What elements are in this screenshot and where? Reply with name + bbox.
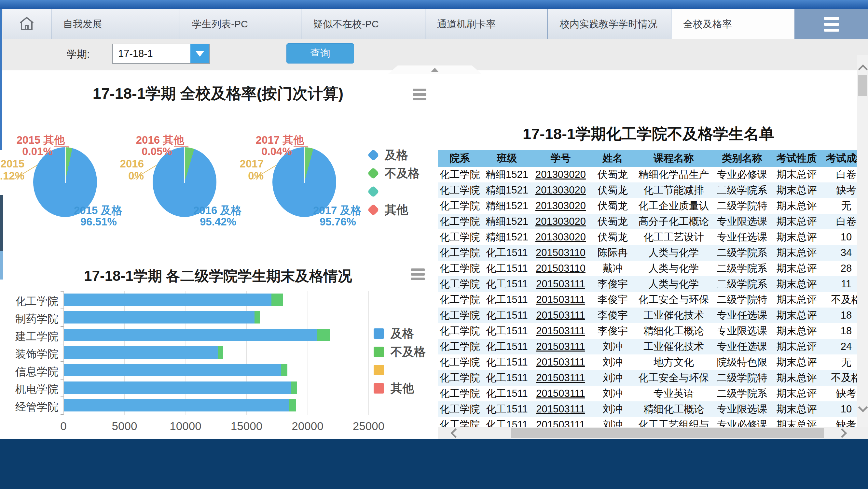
- legend-item-及格[interactable]: 及格: [374, 324, 426, 343]
- pie-label-qita-pct: 0.04%: [251, 145, 303, 158]
- table-cell: 化工安全与环保: [636, 370, 711, 386]
- bar-segment-及格: [64, 399, 289, 411]
- pie-slice-gap: [65, 147, 66, 183]
- table-row: 化工学院化工1511201503111李俊宇人类与化学二级学院系期末总评11: [438, 276, 868, 292]
- query-button[interactable]: 查询: [286, 43, 354, 63]
- table-cell: 地方文化: [636, 354, 711, 370]
- table-cell: 化工学院: [438, 401, 482, 417]
- table-row: 化工学院化工1511201503111刘冲专业英语二级学院系期末总评缺考: [438, 386, 868, 401]
- student-id-link[interactable]: 201503111: [536, 419, 585, 427]
- legend-item-及格[interactable]: 及格: [367, 146, 420, 164]
- table-cell: 专业任选课: [711, 229, 773, 245]
- table-cell: 专业限选课: [711, 214, 773, 229]
- table-header-课程名称: 课程名称: [636, 150, 711, 167]
- table-cell: 化工学院: [438, 229, 482, 245]
- bar-segment-不及格: [272, 293, 283, 306]
- legend-item-不及格[interactable]: 不及格: [367, 164, 420, 182]
- tab-学生列表-PC[interactable]: 学生列表-PC: [180, 9, 301, 39]
- tab-home[interactable]: [3, 9, 52, 39]
- legend-marker: [367, 168, 379, 179]
- pie-label-yellow-pct: 0.12%: [0, 170, 24, 182]
- semester-select[interactable]: 17-18-1: [112, 44, 210, 64]
- table-cell: 化工1511: [482, 339, 532, 354]
- x-tick-label: 25000: [353, 420, 384, 433]
- table-cell: 201503111: [532, 417, 589, 427]
- table-cell: 期末总评: [773, 229, 820, 245]
- table-cell: 化工学院: [438, 354, 482, 370]
- legend-item-unlabeled[interactable]: [367, 182, 420, 201]
- bar-segment-及格: [64, 293, 272, 306]
- table-cell: 化工1511: [482, 386, 532, 401]
- tab-疑似不在校-PC[interactable]: 疑似不在校-PC: [301, 9, 425, 39]
- student-id-link[interactable]: 201503110: [536, 247, 586, 258]
- table-cell: 刘冲: [589, 370, 636, 386]
- table-cell: 化工学院: [438, 214, 482, 229]
- table-cell: 化工学院: [438, 261, 482, 276]
- horizontal-scrollbar[interactable]: [438, 427, 868, 439]
- legend-label: 不及格: [385, 166, 420, 181]
- student-id-link[interactable]: 201503111: [536, 356, 585, 368]
- tab-自我发展[interactable]: 自我发展: [52, 9, 180, 39]
- table-cell: 201503111: [532, 401, 589, 417]
- student-id-link[interactable]: 201503111: [536, 278, 585, 290]
- table-row: 化工学院化工1511201503111刘冲化工工艺组织与专业必修课期末总评缺考: [438, 417, 868, 427]
- student-id-link[interactable]: 201503111: [536, 325, 585, 337]
- student-id-link[interactable]: 201303020: [535, 200, 586, 211]
- bar-segment-不及格: [291, 381, 297, 394]
- window-title-bar: [0, 0, 868, 9]
- pie-slice-gap: [304, 147, 305, 183]
- student-id-link[interactable]: 201503111: [536, 403, 585, 415]
- student-id-link[interactable]: 201503111: [536, 388, 585, 399]
- table-cell: 201303020: [532, 182, 589, 198]
- legend-label: 其他: [385, 202, 408, 218]
- dropdown-arrow-button[interactable]: [190, 44, 209, 63]
- scroll-down-icon[interactable]: [858, 403, 868, 412]
- legend-item-其他[interactable]: 其他: [367, 201, 420, 219]
- student-id-link[interactable]: 201503111: [536, 372, 585, 383]
- student-id-link[interactable]: 201303020: [535, 169, 586, 180]
- table-cell: 期末总评: [773, 245, 820, 261]
- student-id-link[interactable]: 201503111: [536, 310, 585, 321]
- table-cell: 工业催化技术: [636, 308, 711, 323]
- table-cell: 刘冲: [589, 354, 636, 370]
- table-row: 化工学院化工1511201503111刘冲精细化工概论专业限选课期末总评10: [438, 401, 868, 417]
- scroll-up-icon[interactable]: [858, 64, 868, 74]
- tab-全校及格率[interactable]: 全校及格率: [672, 9, 795, 39]
- x-tick-label: 10000: [169, 420, 201, 433]
- chart-menu-icon[interactable]: [411, 268, 425, 280]
- student-id-link[interactable]: 201303020: [535, 184, 586, 196]
- horizontal-scroll-thumb[interactable]: [511, 428, 824, 438]
- legend-item-不及格[interactable]: 不及格: [374, 343, 426, 361]
- student-id-link[interactable]: 201503111: [536, 341, 585, 352]
- table-cell: 专业必修课: [711, 417, 773, 427]
- y-axis-tick: [61, 414, 63, 415]
- student-id-link[interactable]: 201303020: [535, 216, 586, 227]
- table-cell: 化工1511: [482, 323, 532, 339]
- table-cell: 201503111: [532, 354, 589, 370]
- legend-item-其他[interactable]: 其他: [374, 379, 426, 398]
- table-cell: 期末总评: [773, 386, 820, 401]
- table-cell: 伏蜀龙: [589, 167, 636, 182]
- scroll-left-icon[interactable]: [451, 428, 461, 438]
- y-axis-tick: [61, 344, 63, 344]
- legend-item-unlabeled[interactable]: [374, 361, 426, 379]
- table-cell: 201503110: [532, 261, 589, 276]
- bar-segment-不及格: [254, 311, 260, 323]
- vertical-scroll-thumb[interactable]: [858, 75, 867, 96]
- tab-校内实践教学学时情况[interactable]: 校内实践教学学时情况: [548, 9, 672, 39]
- table-cell: 化工1511: [482, 245, 532, 261]
- tab-menu-button[interactable]: [795, 9, 868, 39]
- table-cell: 期末总评: [773, 339, 820, 354]
- collapse-filter-handle[interactable]: [388, 65, 482, 74]
- table-cell: 院级特色限: [711, 354, 773, 370]
- scroll-right-icon[interactable]: [837, 428, 847, 438]
- student-id-link[interactable]: 201303020: [535, 231, 586, 243]
- tab-通道机刷卡率[interactable]: 通道机刷卡率: [425, 9, 548, 39]
- table-cell: 化工工艺设计: [636, 229, 711, 245]
- side-panel-edge: [0, 251, 3, 280]
- student-id-link[interactable]: 201503110: [536, 263, 586, 274]
- chart-menu-icon[interactable]: [413, 89, 426, 100]
- vertical-scrollbar[interactable]: [857, 55, 868, 427]
- table-row: 化工学院化工1511201503111刘冲化工安全与环保二级学院特期末总评不及格: [438, 370, 868, 386]
- student-id-link[interactable]: 201503111: [536, 294, 585, 305]
